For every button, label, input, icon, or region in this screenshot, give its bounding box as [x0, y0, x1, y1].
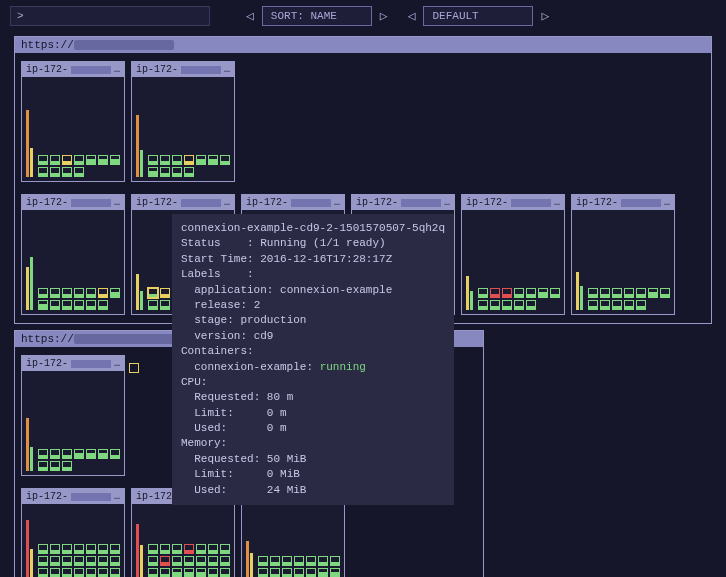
- pod-icon[interactable]: [62, 449, 72, 459]
- filter-select[interactable]: DEFAULT: [423, 6, 533, 26]
- pod-icon[interactable]: [330, 568, 340, 577]
- pod-icon[interactable]: [110, 544, 120, 554]
- pod-icon[interactable]: [160, 300, 170, 310]
- pod-icon[interactable]: [208, 568, 218, 577]
- pod-icon[interactable]: [86, 556, 96, 566]
- pod-icon[interactable]: [110, 556, 120, 566]
- pod-icon[interactable]: [184, 167, 194, 177]
- pod-icon[interactable]: [98, 544, 108, 554]
- pod-icon[interactable]: [74, 288, 84, 298]
- sort-prev-icon[interactable]: ◁: [246, 8, 254, 24]
- pod-icon[interactable]: [148, 544, 158, 554]
- pod-icon[interactable]: [86, 300, 96, 310]
- pod-icon[interactable]: [74, 167, 84, 177]
- pod-icon[interactable]: [588, 300, 598, 310]
- pod-icon[interactable]: [526, 300, 536, 310]
- pod-icon[interactable]: [612, 300, 622, 310]
- pod-icon[interactable]: [148, 155, 158, 165]
- pod-icon[interactable]: [98, 449, 108, 459]
- pod-icon[interactable]: [184, 544, 194, 554]
- pod-icon[interactable]: [172, 155, 182, 165]
- pod-icon[interactable]: [38, 544, 48, 554]
- pod-icon[interactable]: [86, 155, 96, 165]
- pod-icon[interactable]: [160, 568, 170, 577]
- pod-icon[interactable]: [208, 544, 218, 554]
- pod-icon[interactable]: [514, 300, 524, 310]
- pod-icon[interactable]: [220, 568, 230, 577]
- pod-icon[interactable]: [98, 155, 108, 165]
- pod-icon[interactable]: [196, 155, 206, 165]
- pod-icon[interactable]: [514, 288, 524, 298]
- node-panel[interactable]: ip-172-…: [21, 488, 125, 577]
- pod-icon[interactable]: [74, 556, 84, 566]
- pod-icon[interactable]: [490, 300, 500, 310]
- pod-icon[interactable]: [110, 568, 120, 577]
- pod-icon[interactable]: [38, 556, 48, 566]
- pod-icon[interactable]: [306, 556, 316, 566]
- pod-icon[interactable]: [502, 300, 512, 310]
- pod-icon[interactable]: [86, 288, 96, 298]
- unscheduled-pod-icon[interactable]: [129, 363, 139, 373]
- pod-icon[interactable]: [38, 449, 48, 459]
- pod-icon[interactable]: [38, 568, 48, 577]
- pod-icon[interactable]: [258, 556, 268, 566]
- pod-icon[interactable]: [148, 167, 158, 177]
- pod-icon[interactable]: [550, 288, 560, 298]
- pod-icon[interactable]: [98, 556, 108, 566]
- pod-icon[interactable]: [148, 300, 158, 310]
- pod-icon[interactable]: [282, 568, 292, 577]
- pod-icon[interactable]: [624, 288, 634, 298]
- pod-icon[interactable]: [62, 568, 72, 577]
- pod-icon[interactable]: [98, 568, 108, 577]
- pod-icon[interactable]: [294, 556, 304, 566]
- pod-icon[interactable]: [208, 155, 218, 165]
- pod-icon[interactable]: [38, 300, 48, 310]
- pod-icon[interactable]: [148, 556, 158, 566]
- pod-icon[interactable]: [160, 288, 170, 298]
- pod-icon[interactable]: [62, 300, 72, 310]
- pod-icon[interactable]: [588, 288, 598, 298]
- filter-prev-icon[interactable]: ◁: [408, 8, 416, 24]
- pod-icon[interactable]: [62, 461, 72, 471]
- pod-icon[interactable]: [38, 167, 48, 177]
- pod-icon[interactable]: [318, 568, 328, 577]
- pod-icon[interactable]: [148, 288, 158, 298]
- pod-icon[interactable]: [184, 568, 194, 577]
- sort-select[interactable]: SORT: NAME: [262, 6, 372, 26]
- pod-icon[interactable]: [160, 167, 170, 177]
- pod-icon[interactable]: [196, 568, 206, 577]
- node-panel[interactable]: ip-172-…: [21, 194, 125, 315]
- pod-icon[interactable]: [38, 461, 48, 471]
- pod-icon[interactable]: [50, 449, 60, 459]
- pod-icon[interactable]: [172, 556, 182, 566]
- pod-icon[interactable]: [74, 300, 84, 310]
- pod-icon[interactable]: [50, 167, 60, 177]
- pod-icon[interactable]: [196, 556, 206, 566]
- pod-icon[interactable]: [636, 300, 646, 310]
- pod-icon[interactable]: [62, 155, 72, 165]
- pod-icon[interactable]: [50, 568, 60, 577]
- pod-icon[interactable]: [538, 288, 548, 298]
- pod-icon[interactable]: [612, 288, 622, 298]
- pod-icon[interactable]: [148, 568, 158, 577]
- pod-icon[interactable]: [270, 568, 280, 577]
- node-panel[interactable]: ip-172-…: [571, 194, 675, 315]
- pod-icon[interactable]: [648, 288, 658, 298]
- pod-icon[interactable]: [294, 568, 304, 577]
- node-panel[interactable]: ip-172-…: [461, 194, 565, 315]
- pod-icon[interactable]: [330, 556, 340, 566]
- pod-icon[interactable]: [110, 155, 120, 165]
- pod-icon[interactable]: [38, 288, 48, 298]
- pod-icon[interactable]: [624, 300, 634, 310]
- pod-icon[interactable]: [110, 449, 120, 459]
- pod-icon[interactable]: [74, 568, 84, 577]
- pod-icon[interactable]: [526, 288, 536, 298]
- pod-icon[interactable]: [196, 544, 206, 554]
- pod-icon[interactable]: [600, 300, 610, 310]
- pod-icon[interactable]: [160, 556, 170, 566]
- pod-icon[interactable]: [62, 288, 72, 298]
- pod-icon[interactable]: [184, 556, 194, 566]
- pod-icon[interactable]: [50, 155, 60, 165]
- pod-icon[interactable]: [50, 556, 60, 566]
- pod-icon[interactable]: [50, 288, 60, 298]
